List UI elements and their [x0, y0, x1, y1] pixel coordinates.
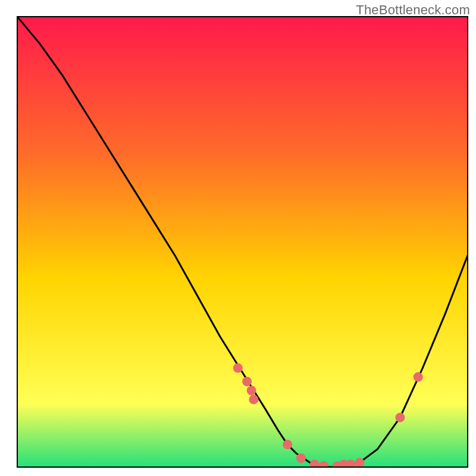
chart-stage: TheBottleneck.com [0, 0, 476, 476]
data-point [310, 460, 320, 469]
data-point [296, 453, 306, 463]
data-point [233, 364, 243, 373]
data-point [242, 377, 252, 386]
watermark-text: TheBottleneck.com [356, 2, 470, 18]
data-point [249, 394, 258, 404]
data-point [247, 386, 256, 395]
data-point [395, 413, 405, 422]
data-point [319, 461, 328, 471]
data-point [414, 372, 423, 382]
plot-gradient-background [17, 17, 468, 467]
data-point [355, 458, 364, 467]
bottleneck-chart [0, 0, 476, 476]
data-point [283, 440, 292, 449]
data-point [346, 460, 355, 469]
